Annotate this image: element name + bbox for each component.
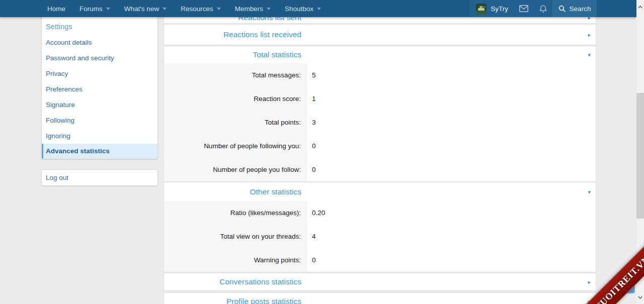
nav-spacer <box>597 0 636 17</box>
nav-item-home[interactable]: Home <box>40 0 72 17</box>
expand-arrow-icon[interactable]: ▸ <box>588 279 591 285</box>
sidebar-item-ignoring[interactable]: Ignoring <box>42 128 157 144</box>
chevron-down-icon <box>267 8 271 10</box>
section-title[interactable]: Other statistics <box>164 187 306 196</box>
section-title[interactable]: Reactions list received <box>164 30 306 39</box>
stat-value: 5 <box>306 63 596 87</box>
collapse-arrow-icon[interactable]: ▾ <box>588 189 591 194</box>
stat-label: Total view on your threads: <box>164 225 306 248</box>
section-title[interactable]: Total statistics <box>164 50 306 59</box>
section-profile-posts-statistics: Profile posts statistics ▸ <box>164 292 596 304</box>
sidebar-item-advanced-statistics[interactable]: Advanced statistics <box>42 144 157 159</box>
stat-row: Reaction score: 1 <box>164 87 596 111</box>
username: SyTry <box>491 5 508 13</box>
stat-label: Ratio (likes/messages): <box>164 201 306 225</box>
sidebar-item-privacy[interactable]: Privacy <box>42 66 157 81</box>
search-button[interactable]: Search <box>552 0 597 17</box>
envelope-icon <box>519 5 528 12</box>
stat-label: Reaction score: <box>164 87 306 111</box>
section-title[interactable]: Profile posts statistics <box>164 297 306 304</box>
collapse-arrow-icon[interactable]: ▾ <box>588 52 591 58</box>
logout-link[interactable]: Log out <box>42 174 68 181</box>
stat-rows: Total messages: 5 Reaction score: 1 Tota… <box>164 63 596 181</box>
stat-row: Number of people you follow: 0 <box>164 158 596 181</box>
top-navigation: Home Forums What's new Resources Members… <box>0 0 636 17</box>
chevron-down-icon <box>317 8 321 10</box>
stat-label: Warning points: <box>164 248 306 272</box>
inbox-button[interactable] <box>514 0 533 17</box>
nav-item-label: Resources <box>181 5 213 13</box>
nav-item-label: What's new <box>124 5 159 13</box>
stat-value: 1 <box>306 87 596 111</box>
section-other-statistics: Other statistics ▾ Ratio (likes/messages… <box>164 182 596 272</box>
nav-account-area: SyTry Search <box>470 0 636 17</box>
stat-value: 0 <box>306 134 596 158</box>
logout-box: Log out <box>41 169 158 186</box>
search-icon <box>558 5 566 13</box>
section-title[interactable]: Conversations statistics <box>164 277 306 286</box>
account-sidebar: Settings Account details Password and se… <box>41 15 158 159</box>
bell-icon <box>539 5 547 13</box>
nav-item-whats-new[interactable]: What's new <box>117 0 174 17</box>
nav-tabs: Home Forums What's new Resources Members… <box>0 0 470 17</box>
chevron-down-icon <box>217 8 221 10</box>
stat-label: Number of people following you: <box>164 134 306 158</box>
nav-item-resources[interactable]: Resources <box>174 0 228 17</box>
stat-label: Total messages: <box>164 63 306 87</box>
scrollbar-thumb[interactable] <box>636 93 644 219</box>
stat-value: 0.20 <box>306 201 596 225</box>
stat-label: Total points: <box>164 111 306 134</box>
section-total-statistics: Total statistics ▾ Total messages: 5 Rea… <box>164 46 596 182</box>
avatar <box>476 4 487 14</box>
nav-item-forums[interactable]: Forums <box>72 0 117 17</box>
chevron-down-icon <box>163 8 167 10</box>
stat-row: Total points: 3 <box>164 111 596 134</box>
search-label: Search <box>570 5 591 13</box>
sidebar-item-password-security[interactable]: Password and security <box>42 50 157 66</box>
alerts-button[interactable] <box>533 0 552 17</box>
nav-item-label: Members <box>235 5 263 13</box>
sidebar-item-account-details[interactable]: Account details <box>42 35 157 50</box>
sidebar-item-signature[interactable]: Signature <box>42 97 157 113</box>
stat-row: Ratio (likes/messages): 0.20 <box>164 201 596 225</box>
stat-row: Number of people following you: 0 <box>164 134 596 158</box>
expand-arrow-icon[interactable]: ▸ <box>588 32 591 38</box>
scroll-down-arrow[interactable] <box>636 293 644 301</box>
sidebar-item-following[interactable]: Following <box>42 113 157 128</box>
nav-item-shoutbox[interactable]: Shoutbox <box>278 0 328 17</box>
stat-value: 0 <box>306 248 596 272</box>
scroll-up-arrow[interactable] <box>636 3 644 11</box>
account-menu-button[interactable]: SyTry <box>470 0 514 17</box>
stat-value: 4 <box>306 225 596 248</box>
stat-value: 0 <box>306 158 596 181</box>
stat-row: Warning points: 0 <box>164 248 596 272</box>
sidebar-item-preferences[interactable]: Preferences <box>42 81 157 97</box>
stat-row: Total view on your threads: 4 <box>164 225 596 248</box>
section-reactions-list-received: Reactions list received ▸ <box>164 24 596 45</box>
chevron-down-icon <box>106 8 110 10</box>
nav-item-members[interactable]: Members <box>228 0 278 17</box>
nav-item-label: Forums <box>79 5 103 13</box>
stat-value: 3 <box>306 111 596 134</box>
stat-label: Number of people you follow: <box>164 158 306 181</box>
section-conversations-statistics: Conversations statistics ▸ <box>164 273 596 291</box>
stat-rows: Ratio (likes/messages): 0.20 Total view … <box>164 201 596 272</box>
nav-item-label: Home <box>47 5 65 13</box>
stat-row: Total messages: 5 <box>164 63 596 87</box>
sidebar-item-settings[interactable]: Settings <box>42 19 157 35</box>
nav-item-label: Shoutbox <box>285 5 313 13</box>
